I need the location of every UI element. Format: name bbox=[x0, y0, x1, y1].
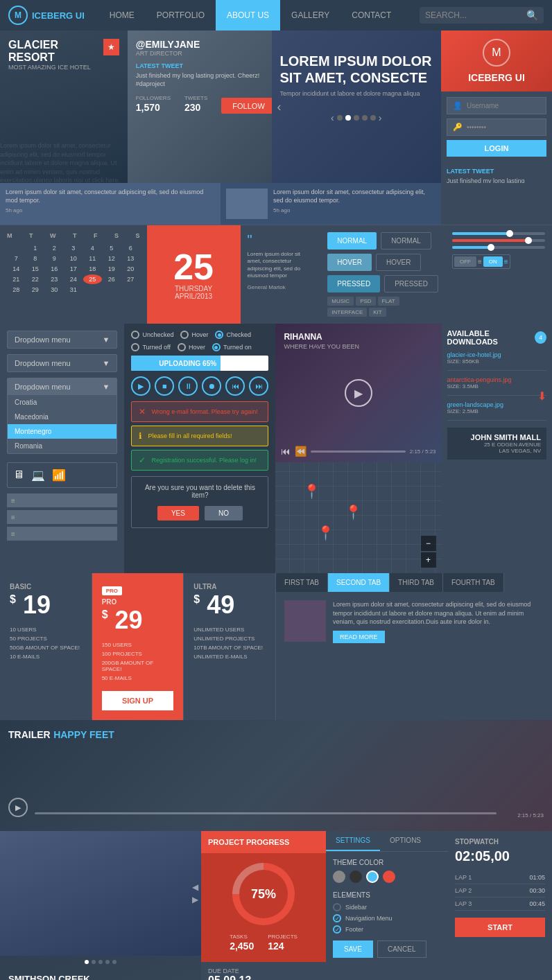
cal-9[interactable]: 9 bbox=[45, 254, 64, 263]
cancel-button[interactable]: CANCEL bbox=[377, 940, 426, 958]
dropdown-open-header[interactable]: Dropdown menu ▼ bbox=[8, 378, 117, 395]
hover-button-filled[interactable]: HOVER bbox=[327, 254, 372, 271]
toggle-off-label[interactable]: OFF bbox=[454, 256, 476, 267]
tab-second[interactable]: SECOND TAB bbox=[328, 573, 390, 592]
nav-link-about[interactable]: ABOUT US bbox=[216, 0, 280, 30]
cal-23[interactable]: 23 bbox=[45, 274, 64, 284]
dropdown-2[interactable]: Dropdown menu ▼ bbox=[7, 354, 117, 372]
video-prev-icon[interactable]: ⏮ bbox=[281, 446, 291, 457]
theme-color-gray[interactable] bbox=[333, 870, 345, 883]
list-icon-3[interactable]: ≡ bbox=[7, 527, 117, 541]
rihanna-progress[interactable] bbox=[311, 450, 405, 453]
nav-menu-checkbox[interactable] bbox=[333, 914, 341, 922]
slider-1[interactable] bbox=[452, 232, 545, 235]
cal-12[interactable]: 12 bbox=[103, 254, 121, 263]
cal-3[interactable]: 3 bbox=[64, 243, 83, 253]
wifi-icon[interactable]: 📶 bbox=[52, 469, 66, 482]
radio-checked[interactable]: Checked bbox=[215, 331, 251, 339]
video-banner-play-button[interactable]: ▶ bbox=[8, 798, 28, 817]
cal-10[interactable]: 10 bbox=[64, 254, 83, 263]
read-more-button[interactable]: READ MORE bbox=[333, 631, 385, 643]
nav-link-portfolio[interactable]: PORTFOLIO bbox=[146, 0, 216, 30]
nav-link-home[interactable]: HOME bbox=[98, 0, 146, 30]
dropdown-item-macedonia[interactable]: Macedonia bbox=[8, 410, 117, 424]
sign-up-button[interactable]: SIGN UP bbox=[102, 691, 174, 710]
hover-button-outline[interactable]: HOVER bbox=[376, 254, 422, 271]
username-input[interactable] bbox=[467, 102, 540, 110]
cal-17[interactable]: 17 bbox=[64, 264, 83, 274]
nav-link-gallery[interactable]: GALLERY bbox=[280, 0, 340, 30]
video-banner-progress[interactable] bbox=[35, 812, 497, 814]
rewind-button[interactable]: ⏮ bbox=[225, 376, 245, 396]
list-icon-2[interactable]: ≡ bbox=[7, 510, 117, 524]
sidebar-checkbox[interactable] bbox=[333, 903, 341, 911]
slider-3[interactable] bbox=[452, 246, 545, 249]
radio-turned-off[interactable]: Turned off bbox=[131, 343, 171, 351]
confirm-yes-button[interactable]: YES bbox=[157, 506, 199, 520]
laptop-icon[interactable]: 💻 bbox=[31, 469, 45, 482]
tag-kit[interactable]: KIT bbox=[369, 308, 386, 317]
footer-checkbox[interactable] bbox=[333, 925, 341, 934]
resort-next-icon[interactable]: ▶ bbox=[192, 895, 198, 904]
cal-28[interactable]: 28 bbox=[7, 285, 26, 295]
dropdown-item-croatia[interactable]: Croatia bbox=[8, 395, 117, 410]
cal-27[interactable]: 27 bbox=[121, 274, 140, 284]
cal-18[interactable]: 18 bbox=[83, 264, 102, 274]
normal-button-outline[interactable]: NORMAL bbox=[381, 232, 431, 250]
cal-29[interactable]: 29 bbox=[26, 285, 45, 295]
download-item-1[interactable]: glacier-ice-hotel.jpg SIZE: 856KB bbox=[447, 351, 546, 371]
cal-6[interactable]: 6 bbox=[121, 243, 140, 253]
cal-13[interactable]: 13 bbox=[121, 254, 140, 263]
theme-color-blue[interactable] bbox=[366, 870, 379, 883]
radio-turned-on[interactable]: Turned on bbox=[212, 343, 252, 351]
pause-button[interactable]: ⏸ bbox=[178, 376, 198, 396]
monitor-icon[interactable]: 🖥 bbox=[13, 469, 24, 482]
resort-prev-icon[interactable]: ◀ bbox=[192, 882, 198, 892]
download-item-3[interactable]: green-landscape.jpg SIZE: 2.5MB bbox=[447, 401, 546, 421]
cal-1[interactable]: 1 bbox=[26, 243, 45, 253]
search-input[interactable] bbox=[425, 10, 522, 20]
password-input[interactable] bbox=[467, 123, 540, 131]
cal-2[interactable]: 2 bbox=[45, 243, 64, 253]
tag-flat[interactable]: FLAT bbox=[378, 297, 399, 306]
cal-15[interactable]: 15 bbox=[26, 264, 45, 274]
save-button[interactable]: SAVE bbox=[333, 940, 373, 958]
follow-button[interactable]: FOLLOW bbox=[221, 98, 271, 114]
pressed-button-outline[interactable]: PRESSED bbox=[384, 275, 438, 292]
theme-color-red[interactable] bbox=[383, 870, 395, 883]
cal-8[interactable]: 8 bbox=[26, 254, 45, 263]
pressed-button-filled[interactable]: PRESSED bbox=[327, 275, 380, 292]
forward-button[interactable]: ⏭ bbox=[249, 376, 268, 396]
cal-19[interactable]: 19 bbox=[103, 264, 121, 274]
confirm-no-button[interactable]: NO bbox=[205, 506, 243, 520]
cal-11[interactable]: 11 bbox=[83, 254, 102, 263]
settings-tab[interactable]: SETTINGS bbox=[326, 831, 380, 851]
cal-31[interactable]: 31 bbox=[64, 285, 83, 295]
cal-22[interactable]: 22 bbox=[26, 274, 45, 284]
tag-music[interactable]: MUSIC bbox=[327, 297, 354, 306]
cal-7[interactable]: 7 bbox=[7, 254, 26, 263]
lorem-prev[interactable]: ‹ bbox=[277, 100, 282, 114]
cal-21[interactable]: 21 bbox=[7, 274, 26, 284]
tag-psd[interactable]: PSD bbox=[356, 297, 375, 306]
tab-third[interactable]: THIRD TAB bbox=[390, 573, 443, 592]
cal-16[interactable]: 16 bbox=[45, 264, 64, 274]
dropdown-1[interactable]: Dropdown menu ▼ bbox=[7, 331, 117, 349]
radio-hover[interactable]: Hover bbox=[180, 331, 208, 339]
download-item-2[interactable]: antarctica-penguins.jpg SIZE: 3.5MB ⬇ bbox=[447, 376, 546, 396]
nav-link-contact[interactable]: CONTACT bbox=[340, 0, 402, 30]
cal-20[interactable]: 20 bbox=[121, 264, 140, 274]
rihanna-play-button[interactable]: ▶ bbox=[345, 379, 372, 407]
play-button[interactable]: ▶ bbox=[131, 376, 150, 396]
tag-interface[interactable]: INTERFACE bbox=[327, 308, 367, 317]
normal-button-filled[interactable]: NORMAL bbox=[327, 232, 377, 250]
theme-color-dark[interactable] bbox=[350, 870, 362, 883]
toggle-on-label[interactable]: ON bbox=[483, 256, 503, 267]
radio-hover-2[interactable]: Hover bbox=[178, 343, 205, 351]
record-button[interactable]: ⏺ bbox=[202, 376, 221, 396]
dropdown-item-romania[interactable]: Romania bbox=[8, 439, 117, 453]
cal-5[interactable]: 5 bbox=[103, 243, 121, 253]
dropdown-item-montenegro[interactable]: Montenegro bbox=[8, 424, 117, 439]
radio-unchecked[interactable]: Unchecked bbox=[131, 331, 173, 339]
cal-14[interactable]: 14 bbox=[7, 264, 26, 274]
